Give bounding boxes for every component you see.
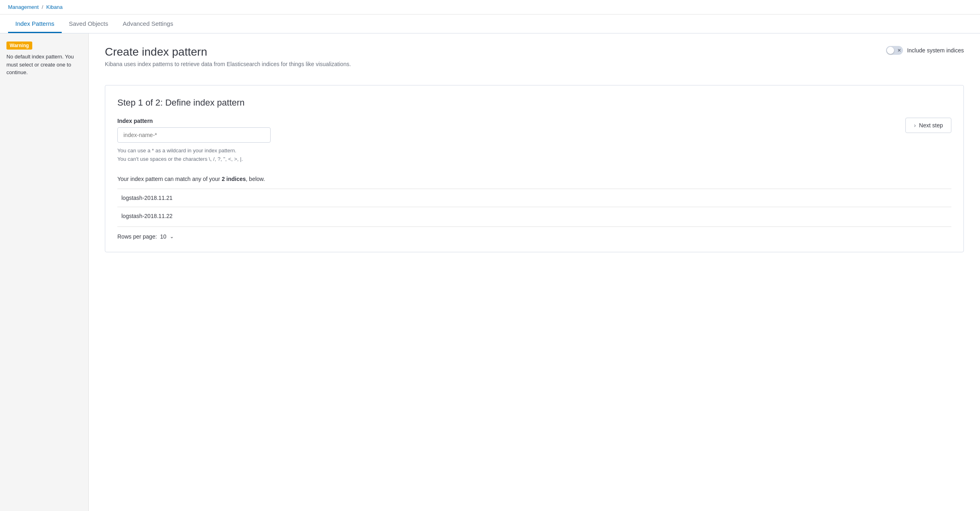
main-content: Create index pattern Kibana uses index p… <box>89 33 980 511</box>
rows-per-page-dropdown[interactable]: ⌄ <box>170 234 174 239</box>
match-count: 2 indices <box>222 176 246 182</box>
include-system-indices: ✕ Include system indices <box>886 46 964 55</box>
index-name-cell: logstash-2018.11.21 <box>117 189 951 207</box>
create-index-pattern-card: Step 1 of 2: Define index pattern Index … <box>105 85 964 252</box>
index-pattern-input[interactable] <box>117 127 271 143</box>
match-text-prefix: Your index pattern can match any of your <box>117 176 222 182</box>
table-row: logstash-2018.11.21 <box>117 189 951 207</box>
breadcrumb-kibana[interactable]: Kibana <box>46 4 63 10</box>
rows-per-page-value: 10 <box>160 233 167 240</box>
page-header: Create index pattern Kibana uses index p… <box>105 46 351 75</box>
next-step-button[interactable]: › Next step <box>905 118 951 133</box>
header-row: Create index pattern Kibana uses index p… <box>105 46 964 75</box>
hint-line2: You can't use spaces or the characters \… <box>117 155 271 164</box>
page-title: Create index pattern <box>105 46 351 58</box>
index-name-cell: logstash-2018.11.22 <box>117 207 951 225</box>
tab-advanced-settings[interactable]: Advanced Settings <box>115 15 180 33</box>
warning-badge: Warning <box>6 42 32 50</box>
tab-saved-objects[interactable]: Saved Objects <box>62 15 116 33</box>
page-subtitle: Kibana uses index patterns to retrieve d… <box>105 61 351 67</box>
chevron-right-icon: › <box>914 122 916 129</box>
toggle-x-icon: ✕ <box>897 48 901 53</box>
hint-text: You can use a * as a wildcard in your in… <box>117 147 271 164</box>
match-text-suffix: , below. <box>246 176 265 182</box>
tabs-bar: Index Patterns Saved Objects Advanced Se… <box>0 15 980 33</box>
form-section: Index pattern You can use a * as a wildc… <box>117 118 271 164</box>
sidebar: Warning No default index pattern. You mu… <box>0 33 89 511</box>
toggle-thumb <box>887 47 894 54</box>
match-text: Your index pattern can match any of your… <box>117 176 951 182</box>
page-layout: Warning No default index pattern. You mu… <box>0 33 980 511</box>
table-footer: Rows per page: 10 ⌄ <box>117 226 951 240</box>
tab-index-patterns[interactable]: Index Patterns <box>8 15 62 33</box>
next-step-label: Next step <box>919 122 943 129</box>
table-row: logstash-2018.11.22 <box>117 207 951 225</box>
rows-per-page-label: Rows per page: <box>117 233 157 240</box>
step-title: Step 1 of 2: Define index pattern <box>117 98 951 108</box>
breadcrumb-management[interactable]: Management <box>8 4 39 10</box>
index-pattern-label: Index pattern <box>117 118 271 124</box>
breadcrumb-separator: / <box>42 4 44 10</box>
indices-table: logstash-2018.11.21logstash-2018.11.22 <box>117 189 951 225</box>
include-system-label: Include system indices <box>907 47 964 54</box>
hint-line1: You can use a * as a wildcard in your in… <box>117 147 271 155</box>
include-system-toggle[interactable]: ✕ <box>886 46 903 55</box>
warning-text: No default index pattern. You must selec… <box>6 53 82 77</box>
breadcrumb: Management / Kibana <box>0 0 980 15</box>
